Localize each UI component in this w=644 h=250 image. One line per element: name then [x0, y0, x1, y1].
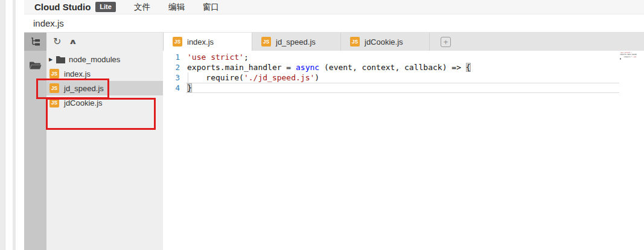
code-token: async — [296, 63, 319, 72]
page-left-margin-strip — [0, 0, 5, 250]
menu-item-file[interactable]: 文件 — [134, 2, 150, 13]
code-lines: 'use strict';exports.main_handler = asyn… — [187, 52, 620, 93]
line-number: 3 — [163, 72, 186, 83]
code-token: require( — [620, 56, 631, 58]
app-logo: Cloud Studio — [34, 2, 91, 12]
code-token: } — [620, 58, 621, 60]
minimap-line: } — [620, 58, 637, 60]
tab-jd-speed-js[interactable]: JSjd_speed.js — [252, 33, 341, 51]
minimap[interactable]: 'use strict';exports.main_handler = asyn… — [620, 52, 637, 62]
line-number: 1 — [163, 52, 186, 62]
code-token: './jd_speed.js' — [244, 73, 314, 82]
annotation-box-jdcookie — [46, 98, 156, 130]
tree-item-node-modules[interactable]: ▶node_modules — [46, 52, 163, 66]
folder-icon — [56, 56, 65, 63]
tree-item-label: node_modules — [69, 55, 120, 64]
menubar-items: 文件编辑窗口 — [116, 2, 219, 13]
code-token: 'use strict' — [187, 53, 244, 62]
code-line: exports.main_handler = async (event, con… — [187, 62, 620, 72]
new-tab-button[interactable]: + — [441, 37, 451, 47]
tree-view-icon — [30, 37, 41, 46]
menu-bar: Cloud Studio Lite 文件编辑窗口 — [24, 0, 644, 14]
js-file-icon: JS — [350, 37, 360, 46]
code-line: 'use strict'; — [187, 52, 620, 62]
page-left-divider — [13, 0, 16, 250]
tab-label: jdCookie.js — [365, 37, 403, 46]
code-token: { — [466, 63, 471, 72]
explorer-toolbar: ↻ ∧ — [46, 33, 163, 51]
tab-index-js[interactable]: JSindex.js — [164, 33, 252, 51]
tab-strip: JSindex.jsJSjd_speed.jsJSjdCookie.js — [164, 33, 430, 51]
title-bar: index.js — [24, 14, 644, 33]
code-token: require( — [187, 73, 244, 82]
tab-jdcookie-js[interactable]: JSjdCookie.js — [341, 33, 430, 51]
file-explorer-panel: ↻ ∧ ▶node_modulesJSindex.jsJSjd_speed.js… — [46, 33, 163, 250]
code-token: (event, context, callback) => — [319, 63, 466, 72]
code-editor[interactable]: 1234 'use strict';exports.main_handler =… — [163, 51, 644, 250]
code-token: exports.main_handler = — [187, 63, 296, 72]
editor-tab-bar: JSindex.jsJSjd_speed.jsJSjdCookie.js + — [163, 33, 644, 51]
menu-item-window[interactable]: 窗口 — [203, 2, 219, 13]
collapse-all-icon[interactable]: ∧ — [69, 38, 78, 45]
code-token: } — [187, 83, 192, 92]
open-folder-button[interactable] — [24, 56, 46, 74]
new-tab-cell: + — [430, 33, 451, 51]
code-token: ) — [314, 73, 319, 82]
js-file-icon: JS — [49, 69, 59, 79]
code-line: } — [187, 83, 620, 93]
js-file-icon: JS — [261, 37, 271, 46]
tab-label: index.js — [187, 37, 214, 46]
tree-item-label: index.js — [64, 69, 91, 79]
minimap-line: require('./jd_speed.js') — [620, 56, 637, 58]
open-file-title: index.js — [33, 18, 64, 28]
annotation-box-jd-speed — [36, 79, 109, 99]
expander-icon[interactable]: ▶ — [49, 57, 54, 62]
line-number: 2 — [163, 62, 186, 72]
js-file-icon: JS — [173, 37, 182, 46]
line-number-gutter: 1234 — [163, 52, 186, 93]
code-line: require('./jd_speed.js') — [187, 72, 620, 83]
lite-badge: Lite — [95, 2, 116, 11]
explorer-view-button[interactable] — [24, 33, 46, 51]
code-token: './jd_speed.js' — [631, 56, 637, 58]
line-number: 4 — [163, 83, 186, 93]
tab-label: jd_speed.js — [276, 37, 316, 46]
menu-item-edit[interactable]: 编辑 — [168, 2, 185, 13]
open-folder-icon — [29, 60, 42, 70]
code-token: ; — [244, 53, 249, 62]
refresh-icon[interactable]: ↻ — [53, 37, 61, 46]
activity-bar — [24, 33, 46, 250]
